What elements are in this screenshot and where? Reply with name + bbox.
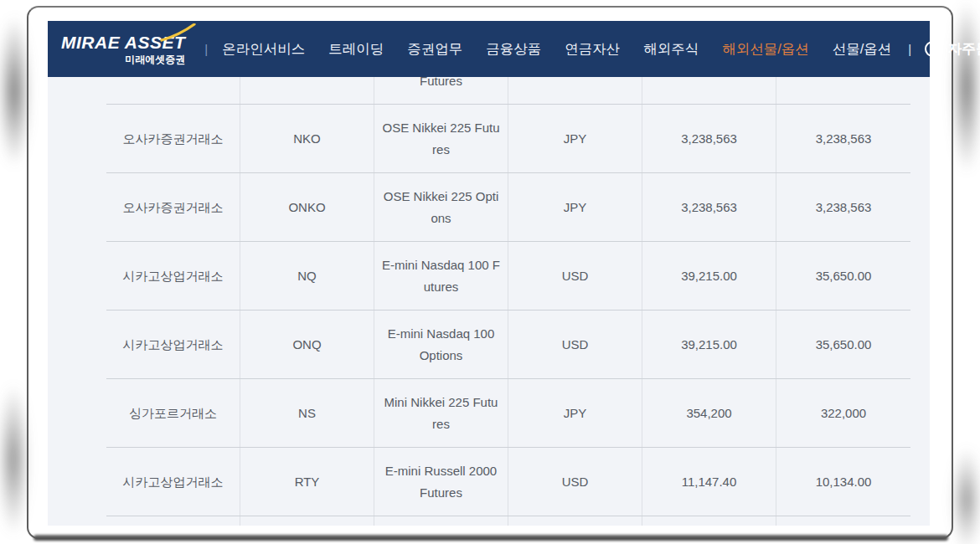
nav-item-link[interactable]: 금융상품 xyxy=(486,40,541,59)
nav-item-link[interactable]: 선물/옵션 xyxy=(833,40,892,59)
cell-product-name: Futures xyxy=(374,77,508,104)
cell-exchange: 싱가포르거래소 xyxy=(106,379,240,447)
cell-code: RTY xyxy=(240,448,374,516)
frame-smudge-left-top xyxy=(0,15,30,233)
faq-link[interactable]: ! 자주묻는 질문(FAQ) xyxy=(925,39,980,59)
cell-currency: USD xyxy=(508,448,642,516)
cell-margin-value-1: 3,238,563 xyxy=(642,105,776,172)
margin-table: Futures 오사카증권거래소 NKO OSE Nikkei 225 Futu… xyxy=(106,77,910,526)
cell-product-name: E-mini Nasdaq 100 Options xyxy=(374,310,508,378)
cell-code: NS xyxy=(240,379,374,447)
photo-frame-bottom-edge xyxy=(34,535,948,541)
nav-item-active[interactable]: 해외선물/옵션 xyxy=(722,40,809,59)
nav-menu: 온라인서비스트레이딩증권업무금융상품연금자산해외주식해외선물/옵션선물/옵션 xyxy=(222,40,891,59)
cell-margin-value-2 xyxy=(776,516,910,526)
logo-subtitle: 미래에셋증권 xyxy=(125,54,185,64)
cell-margin-value-2: 10,134.00 xyxy=(776,448,910,516)
mirae-asset-logo[interactable]: MIRAE ASSET 미래에셋증권 xyxy=(56,33,190,64)
cell-margin-value-1 xyxy=(642,77,776,104)
cell-product-name xyxy=(374,516,508,526)
cell-currency: JPY xyxy=(508,173,642,241)
cell-exchange: 오사카증권거래소 xyxy=(106,173,240,241)
cell-product-name: E-mini Russell 2000 Futures xyxy=(374,448,508,516)
nav-separator: | xyxy=(204,42,208,56)
nav-item-link[interactable]: 연금자산 xyxy=(565,40,620,59)
top-nav: MIRAE ASSET 미래에셋증권 | 온라인서비스트레이딩증권업무금융상품연… xyxy=(48,21,930,77)
cell-margin-value-1: 39,215.00 xyxy=(642,310,776,378)
cell-currency xyxy=(508,77,642,104)
table-row: 싱가포르거래소 NS Mini Nikkei 225 Futu res JPY … xyxy=(106,379,910,448)
cell-currency: USD xyxy=(508,310,642,378)
cell-code: NKO xyxy=(240,105,374,172)
nav-separator-2: | xyxy=(908,42,911,56)
cell-exchange xyxy=(106,77,240,104)
cell-margin-value-1: 39,215.00 xyxy=(642,242,776,310)
table-row: 시카고상업거래소 ONQ E-mini Nasdaq 100 Options U… xyxy=(106,310,910,379)
nav-item-link[interactable]: 트레이딩 xyxy=(328,40,384,59)
cell-exchange xyxy=(106,516,240,526)
cell-exchange: 시카고상업거래소 xyxy=(106,448,240,516)
faq-label: 자주묻는 질문(FAQ) xyxy=(947,39,980,59)
nav-item-link[interactable]: 온라인서비스 xyxy=(222,40,305,59)
cell-product-name: E-mini Nasdaq 100 F utures xyxy=(374,242,508,310)
table-row: 오사카증권거래소 NKO OSE Nikkei 225 Futu res JPY… xyxy=(106,105,910,173)
cell-margin-value-1: 3,238,563 xyxy=(642,173,776,241)
frame-smudge-left-bottom xyxy=(0,318,28,536)
frame-smudge-right-top xyxy=(952,0,980,218)
frame-smudge-right-bottom xyxy=(952,435,980,544)
cell-exchange: 시카고상업거래소 xyxy=(106,242,240,310)
nav-item-link[interactable]: 증권업무 xyxy=(407,40,462,59)
cell-margin-value-2: 35,650.00 xyxy=(776,310,910,378)
cell-margin-value-2: 3,238,563 xyxy=(776,173,910,241)
cell-code: ONQ xyxy=(240,310,374,378)
cell-margin-value-2 xyxy=(776,77,910,104)
cell-currency: JPY xyxy=(508,105,642,172)
logo-swoosh-icon xyxy=(158,23,197,44)
cell-code xyxy=(240,77,374,104)
table-row: 시카고상업거래소 NQ E-mini Nasdaq 100 F utures U… xyxy=(106,242,910,310)
cell-product-name: OSE Nikkei 225 Opti ons xyxy=(374,173,508,241)
cell-code: ONKO xyxy=(240,173,374,241)
cell-currency: JPY xyxy=(508,379,642,447)
nav-item-link[interactable]: 해외주식 xyxy=(643,40,699,59)
cell-currency xyxy=(508,516,642,526)
webpage: MIRAE ASSET 미래에셋증권 | 온라인서비스트레이딩증권업무금융상품연… xyxy=(48,21,930,526)
cell-currency: USD xyxy=(508,242,642,310)
cell-margin-value-1: 11,147.40 xyxy=(642,448,776,516)
table-row: 오사카증권거래소 ONKO OSE Nikkei 225 Opti ons JP… xyxy=(106,173,910,242)
table-row xyxy=(106,516,910,526)
cell-product-name: Mini Nikkei 225 Futu res xyxy=(374,379,508,447)
cell-exchange: 시카고상업거래소 xyxy=(106,310,240,378)
cell-margin-value-1: 354,200 xyxy=(642,379,776,447)
cell-code xyxy=(240,516,374,526)
screenshot-canvas: MIRAE ASSET 미래에셋증권 | 온라인서비스트레이딩증권업무금융상품연… xyxy=(0,0,980,544)
cell-margin-value-1 xyxy=(642,516,776,526)
table-row: Futures xyxy=(106,77,910,105)
exclamation-circle-icon: ! xyxy=(925,41,941,57)
cell-margin-value-2: 35,650.00 xyxy=(776,242,910,310)
table-row: 시카고상업거래소 RTY E-mini Russell 2000 Futures… xyxy=(106,448,910,516)
cell-product-name: OSE Nikkei 225 Futu res xyxy=(374,105,508,172)
nav-right-group: | ! 자주묻는 질문(FAQ) xyxy=(891,39,980,59)
page-content: Futures 오사카증권거래소 NKO OSE Nikkei 225 Futu… xyxy=(48,77,930,526)
cell-code: NQ xyxy=(240,242,374,310)
cell-exchange: 오사카증권거래소 xyxy=(106,105,240,172)
cell-margin-value-2: 322,000 xyxy=(776,379,910,447)
cell-margin-value-2: 3,238,563 xyxy=(776,105,910,172)
